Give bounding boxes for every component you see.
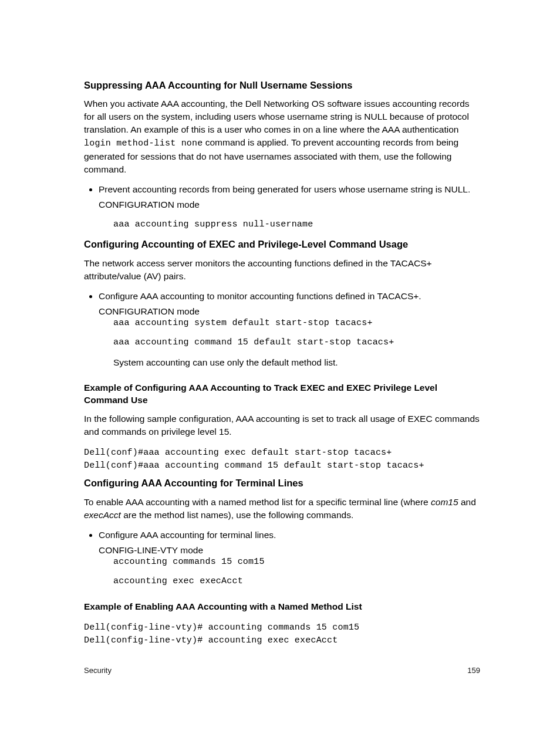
page-footer: Security 159 xyxy=(0,666,560,675)
bullet-text: Configure AAA accounting for terminal li… xyxy=(99,530,276,540)
command-code: accounting exec execAcct xyxy=(113,575,480,588)
section-paragraph: The network access server monitors the a… xyxy=(84,257,480,283)
bullet-list: Configure AAA accounting for terminal li… xyxy=(84,529,480,589)
list-item: Configure AAA accounting for terminal li… xyxy=(99,529,480,589)
inline-code: login method-list none xyxy=(84,138,203,148)
mode-label: CONFIGURATION mode xyxy=(99,305,480,318)
example-code-block: Dell(config-line-vty)# accounting comman… xyxy=(84,621,480,647)
list-item: Configure AAA accounting to monitor acco… xyxy=(99,290,480,370)
emphasis-text: execAcct xyxy=(84,510,121,520)
list-item: Prevent accounting records from being ge… xyxy=(99,183,480,231)
example-heading: Example of Configuring AAA Accounting to… xyxy=(84,382,480,407)
example-code-block: Dell(conf)#aaa accounting exec default s… xyxy=(84,447,480,472)
example-heading: Example of Enabling AAA Accounting with … xyxy=(84,601,480,613)
para-text: When you activate AAA accounting, the De… xyxy=(84,99,470,134)
command-code: accounting commands 15 com15 xyxy=(113,556,480,569)
section-paragraph: To enable AAA accounting with a named me… xyxy=(84,496,480,522)
para-text: To enable AAA accounting with a named me… xyxy=(84,497,431,507)
bullet-list: Configure AAA accounting to monitor acco… xyxy=(84,290,480,370)
section-paragraph: When you activate AAA accounting, the De… xyxy=(84,97,480,175)
section-heading-terminal-lines: Configuring AAA Accounting for Terminal … xyxy=(84,476,480,489)
command-code: aaa accounting command 15 default start-… xyxy=(113,336,480,349)
emphasis-text: com15 xyxy=(431,497,458,507)
mode-label: CONFIG-LINE-VTY mode xyxy=(99,544,480,557)
bullet-text: Configure AAA accounting to monitor acco… xyxy=(99,291,421,301)
bullet-text: Prevent accounting records from being ge… xyxy=(99,184,470,194)
section-heading-exec-priv: Configuring Accounting of EXEC and Privi… xyxy=(84,238,480,251)
footer-page-number: 159 xyxy=(467,666,480,675)
para-text: are the method list names), use the foll… xyxy=(121,510,353,520)
example-intro: In the following sample configuration, A… xyxy=(84,412,480,438)
note-text: System accounting can use only the defau… xyxy=(113,356,480,369)
footer-left: Security xyxy=(84,666,112,675)
page-content: Suppressing AAA Accounting for Null User… xyxy=(0,0,560,647)
bullet-list: Prevent accounting records from being ge… xyxy=(84,183,480,231)
command-code: aaa accounting system default start-stop… xyxy=(113,317,480,330)
section-heading-suppressing: Suppressing AAA Accounting for Null User… xyxy=(84,79,480,92)
para-text: and xyxy=(458,497,476,507)
mode-label: CONFIGURATION mode xyxy=(99,198,480,211)
command-code: aaa accounting suppress null-username xyxy=(113,218,480,231)
